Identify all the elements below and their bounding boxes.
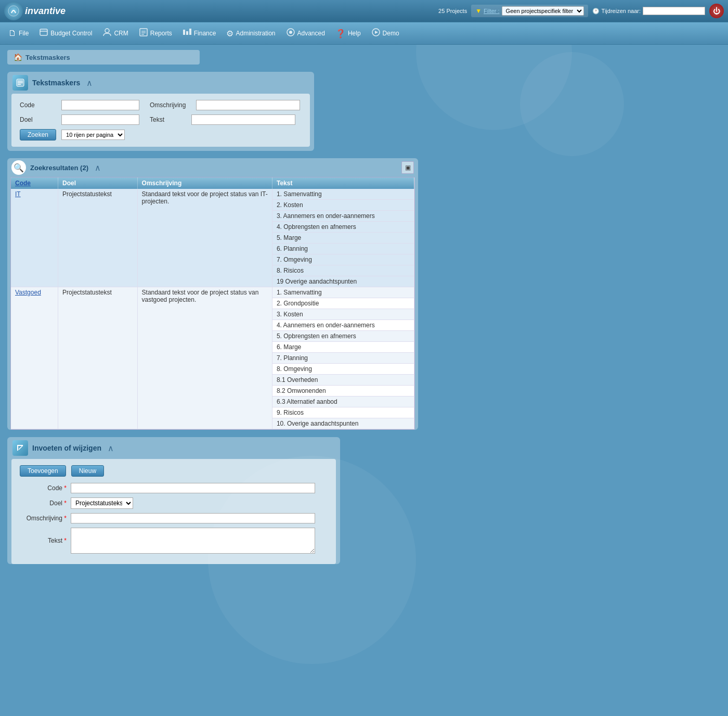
cell-code[interactable]: IT	[11, 189, 58, 287]
results-panel-header: 🔍 Zoekresultaten (2) ∧ ▣	[7, 158, 418, 177]
logo-icon	[4, 2, 23, 20]
tekst-label: Tekst	[150, 116, 181, 123]
tijdreizen-label: Tijdreizen naar:	[602, 8, 641, 14]
svg-rect-9	[186, 31, 188, 35]
nav-item-budget[interactable]: Budget Control	[34, 25, 97, 41]
invoer-panel-header: Invoeten of wijzigen ∧	[7, 437, 340, 459]
budget-icon	[39, 28, 48, 39]
omschrijving-required-star: *	[64, 515, 67, 522]
nav-item-advanced[interactable]: Advanced	[281, 25, 330, 41]
invoer-panel-title: Invoeten of wijzigen	[32, 444, 101, 452]
nav-item-demo[interactable]: Demo	[366, 25, 405, 41]
results-tbody: ITProjectstatustekstStandaard tekst voor…	[11, 189, 414, 429]
results-header-left: 🔍 Zoekresultaten (2) ∧	[11, 160, 101, 175]
form-actions: Zoeken 10 rijen per pagina	[20, 129, 302, 140]
cell-tekst: 5. Marge	[272, 233, 414, 244]
tekst-input[interactable]	[191, 114, 295, 125]
results-collapse-btn[interactable]: ∧	[95, 163, 101, 173]
toevoegen-button[interactable]: Toevoegen	[20, 465, 66, 477]
breadcrumb-text: Tekstmaskers	[25, 54, 70, 61]
nav-item-help[interactable]: ❓ Help	[330, 27, 366, 41]
reports-icon	[139, 28, 148, 39]
main-content: 🏠 Tekstmaskers Tekstmaskers ∧ Code Omsch…	[0, 45, 728, 577]
invoer-action-row: Toevoegen Nieuw	[20, 465, 328, 477]
table-row: VastgoedProjectstatustekstStandaard teks…	[11, 287, 414, 298]
invoer-panel-collapse[interactable]: ∧	[108, 443, 114, 453]
cell-code[interactable]: Vastgoed	[11, 287, 58, 429]
cell-tekst: 5. Opbrengsten en afnemers	[272, 331, 414, 342]
search-panel-body: Code Omschrijving Doel Tekst Zoeken 10 r…	[11, 94, 310, 147]
omschrijving-label: Omschrijving	[150, 101, 186, 109]
cell-tekst: 8.1 Overheden	[272, 375, 414, 386]
doel-input[interactable]	[61, 114, 139, 125]
cell-tekst: 3. Aannemers en onder-aannemers	[272, 211, 414, 222]
search-panel-icon	[12, 75, 28, 91]
nav-label-reports: Reports	[150, 30, 172, 37]
cell-tekst: 10. Overige aandachtspunten	[272, 418, 414, 429]
demo-icon	[371, 28, 381, 39]
invoer-omschrijving-input[interactable]	[71, 513, 315, 523]
filter-select[interactable]: Geen projectspecifiek filter	[502, 6, 584, 16]
col-header-doel: Doel	[58, 177, 138, 189]
nav-item-file[interactable]: 🗋 File	[3, 27, 34, 40]
cell-tekst: 9. Risicos	[272, 407, 414, 418]
form-row-doel-tekst: Doel Tekst	[20, 114, 302, 125]
invoer-panel-icon	[12, 440, 28, 456]
search-panel-header: Tekstmaskers ∧	[7, 72, 314, 94]
logo-area: invantive	[4, 2, 66, 20]
code-input[interactable]	[61, 100, 139, 110]
nieuw-button[interactable]: Nieuw	[71, 465, 104, 477]
nav-item-administration[interactable]: ⚙ Administration	[221, 27, 280, 41]
svg-rect-10	[189, 29, 191, 35]
svg-rect-4	[140, 29, 147, 36]
code-required-star: *	[64, 484, 67, 492]
invoer-tekst-textarea[interactable]	[71, 528, 315, 554]
cell-tekst: 2. Grondpositie	[272, 298, 414, 309]
cell-tekst: 8.2 Omwonenden	[272, 386, 414, 397]
results-table: Code Doel Omschrijving Tekst ITProjectst…	[11, 177, 414, 429]
results-table-wrap: Code Doel Omschrijving Tekst ITProjectst…	[10, 177, 415, 430]
zoeken-button[interactable]: Zoeken	[20, 129, 56, 140]
cell-omschrijving: Standaard tekst voor de project status v…	[137, 189, 272, 287]
tijdreizen-input[interactable]	[643, 7, 705, 15]
projects-count: 25 Projects	[438, 8, 467, 14]
cell-tekst: 1. Samenvatting	[272, 189, 414, 200]
logo-text: invantive	[25, 6, 66, 17]
omschrijving-input[interactable]	[196, 100, 300, 110]
cell-omschrijving: Standaard tekst voor de project status v…	[137, 287, 272, 429]
file-icon: 🗋	[8, 29, 17, 38]
nav-label-demo: Demo	[383, 30, 399, 37]
tijdreizen-area: 🕐 Tijdreizen naar:	[592, 7, 705, 15]
invoer-doel-label: Doel *	[20, 500, 67, 507]
per-page-select[interactable]: 10 rijen per pagina	[61, 130, 125, 140]
finance-icon	[183, 28, 192, 39]
cell-tekst: 2. Kosten	[272, 200, 414, 211]
invoer-doel-row: Doel * Projectstatustekst	[20, 497, 328, 509]
cell-tekst: 8. Risicos	[272, 265, 414, 276]
top-bar: invantive 25 Projects ▼ Filter : Geen pr…	[0, 0, 728, 22]
filter-label[interactable]: Filter :	[484, 8, 500, 14]
administration-icon: ⚙	[226, 29, 233, 39]
invoer-omschrijving-row: Omschrijving *	[20, 513, 328, 523]
nav-label-help: Help	[348, 30, 361, 37]
nav-label-finance: Finance	[194, 30, 216, 37]
advanced-icon	[286, 28, 295, 39]
cell-tekst: 3. Kosten	[272, 309, 414, 320]
results-search-icon: 🔍	[11, 160, 26, 175]
nav-item-crm[interactable]: CRM	[97, 25, 133, 41]
code-label: Code	[20, 101, 51, 109]
col-header-code: Code	[11, 177, 58, 189]
search-panel-collapse[interactable]: ∧	[86, 78, 93, 88]
search-panel-title: Tekstmaskers	[32, 79, 80, 87]
nav-bar: 🗋 File Budget Control CRM	[0, 22, 728, 45]
filter-area: ▼ Filter : Geen projectspecifiek filter	[471, 5, 588, 17]
nav-item-finance[interactable]: Finance	[177, 25, 222, 41]
invoer-doel-select[interactable]: Projectstatustekst	[71, 497, 133, 509]
nav-label-budget: Budget Control	[50, 30, 92, 37]
power-button[interactable]: ⏻	[709, 4, 724, 18]
invoer-tekst-row: Tekst *	[20, 528, 328, 554]
doel-label: Doel	[20, 116, 51, 123]
results-expand-button[interactable]: ▣	[401, 161, 414, 174]
nav-item-reports[interactable]: Reports	[134, 25, 177, 41]
invoer-code-input[interactable]	[71, 483, 315, 493]
